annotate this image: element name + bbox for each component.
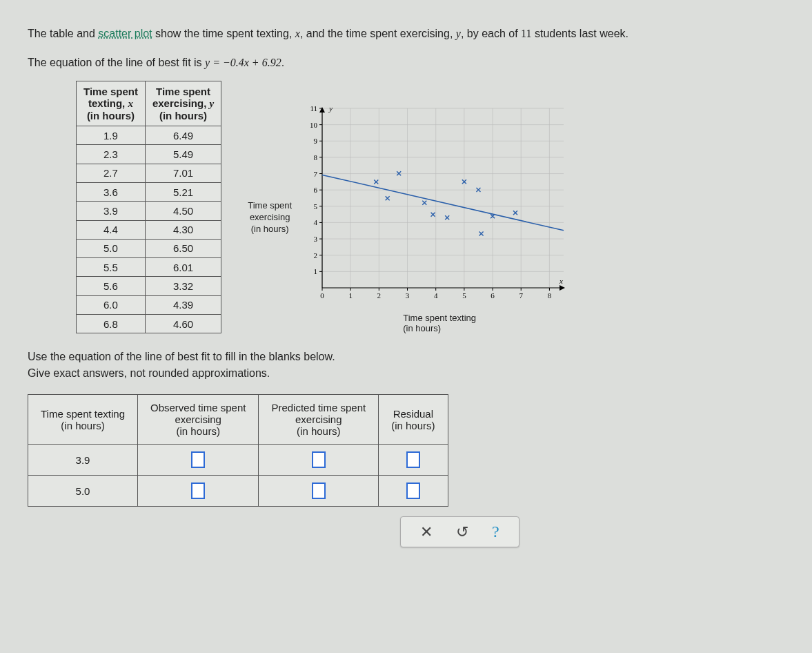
ans-blank-cell (138, 445, 259, 476)
x-axis-label: Time spent texting (in hours) (403, 313, 476, 333)
chart-svg: 0123456781234567891011yx (301, 101, 577, 309)
text: The equation of the line of best fit is (28, 57, 205, 68)
ans-h3: Predicted time spent exercising (in hour… (259, 395, 379, 445)
ans-blank-cell (379, 476, 448, 507)
text: texting, (88, 97, 128, 109)
clear-button[interactable]: ✕ (420, 523, 433, 541)
table-row: 2.35.49 (77, 145, 221, 164)
svg-text:5: 5 (314, 202, 318, 211)
svg-text:10: 10 (310, 121, 318, 129)
text: show the time spent texting, (152, 28, 295, 39)
cell-x: 2.3 (77, 145, 146, 164)
text: (in hours) (87, 110, 135, 121)
data-table: Time spent texting, x (in hours) Time sp… (76, 81, 221, 333)
ans-x: 5.0 (28, 476, 138, 507)
ans-blank-cell (259, 445, 379, 476)
svg-marker-23 (560, 285, 565, 291)
cell-y: 4.30 (145, 220, 221, 239)
cell-y: 6.49 (145, 126, 221, 145)
col-header-y: Time spent exercising, y (in hours) (145, 81, 221, 126)
ans-x: 3.9 (28, 445, 138, 476)
answer-table: Time spent texting (in hours) Observed t… (28, 394, 448, 507)
var-x: x (295, 28, 300, 39)
text: exercising, (152, 97, 210, 109)
text: Give exact answers, not rounded approxim… (28, 367, 270, 379)
cell-x: 5.6 (77, 277, 146, 295)
svg-text:1: 1 (349, 291, 353, 300)
text: . (281, 57, 284, 68)
cell-y: 7.01 (145, 164, 221, 182)
toolbar: ✕ ↺ ? (400, 516, 519, 547)
cell-x: 6.8 (77, 314, 146, 333)
text: , and the time spent exercising, (300, 28, 456, 39)
table-row: 6.84.60 (77, 314, 221, 333)
cell-x: 6.0 (77, 295, 146, 314)
svg-text:8: 8 (314, 153, 318, 162)
svg-text:1: 1 (314, 268, 318, 276)
y-axis-label: Time spent exercising (in hours) (242, 200, 297, 235)
answer-input[interactable] (312, 483, 326, 499)
table-row: 3.94.50 (77, 202, 221, 220)
table-row: 5.56.01 (77, 258, 221, 277)
text: The table and (28, 28, 98, 39)
table-row: 5.06.50 (77, 239, 221, 257)
text: (in hours) (159, 110, 207, 121)
text: Time spent (83, 86, 138, 97)
table-row: 5.0 (28, 476, 448, 507)
equation: y = −0.4x + 6.92 (205, 57, 281, 68)
cell-y: 6.50 (145, 239, 221, 257)
intro-line-1: The table and scatter plot show the time… (28, 25, 784, 43)
cell-x: 3.6 (77, 182, 146, 201)
cell-y: 4.39 (145, 295, 221, 314)
cell-y: 5.49 (145, 145, 221, 164)
cell-y: 5.21 (145, 182, 221, 201)
svg-text:3: 3 (314, 235, 318, 243)
cell-y: 4.60 (145, 314, 221, 333)
svg-text:0: 0 (320, 291, 324, 300)
cell-y: 4.50 (145, 202, 221, 220)
svg-marker-22 (319, 107, 325, 113)
cell-x: 2.7 (77, 164, 146, 182)
cell-y: 3.32 (145, 277, 221, 295)
answer-input[interactable] (312, 451, 326, 468)
svg-text:7: 7 (519, 291, 524, 300)
answer-input[interactable] (406, 451, 420, 468)
svg-text:6: 6 (314, 186, 318, 194)
svg-text:8: 8 (548, 291, 552, 300)
intro-line-2: The equation of the line of best fit is … (28, 54, 784, 72)
cell-x: 5.0 (77, 239, 146, 257)
text: Time spent (156, 86, 210, 97)
svg-text:5: 5 (462, 291, 466, 300)
table-row: 5.63.32 (77, 277, 221, 295)
ans-blank-cell (138, 476, 259, 507)
cell-x: 5.5 (77, 258, 146, 277)
table-row: 3.65.21 (77, 182, 221, 201)
answer-input[interactable] (406, 483, 420, 499)
var: x (128, 98, 133, 109)
text: , by each of (461, 28, 521, 39)
svg-text:4: 4 (434, 291, 438, 300)
table-row: 3.9 (28, 445, 448, 476)
scatter-plot: Time spent exercising (in hours) 0123456… (242, 101, 577, 333)
col-header-x: Time spent texting, x (in hours) (77, 81, 146, 126)
ans-h4: Residual (in hours) (379, 395, 448, 445)
table-row: 6.04.39 (77, 295, 221, 314)
cell-x: 3.9 (77, 202, 146, 220)
count: 11 (521, 28, 531, 39)
var-y: y (456, 28, 461, 39)
ans-blank-cell (259, 476, 379, 507)
scatter-plot-link[interactable]: scatter plot (98, 28, 152, 39)
text: Use the equation of the line of best fit… (28, 351, 335, 362)
svg-text:4: 4 (314, 219, 318, 227)
svg-text:3: 3 (406, 291, 410, 300)
svg-text:7: 7 (314, 170, 318, 178)
answer-input[interactable] (191, 451, 205, 468)
instructions: Use the equation of the line of best fit… (28, 349, 784, 382)
table-row: 2.77.01 (77, 164, 221, 182)
text: students last week. (531, 28, 628, 39)
answer-input[interactable] (191, 483, 205, 499)
reset-button[interactable]: ↺ (456, 523, 468, 541)
help-button[interactable]: ? (492, 523, 499, 541)
svg-line-66 (322, 175, 564, 231)
svg-text:y: y (328, 104, 333, 113)
